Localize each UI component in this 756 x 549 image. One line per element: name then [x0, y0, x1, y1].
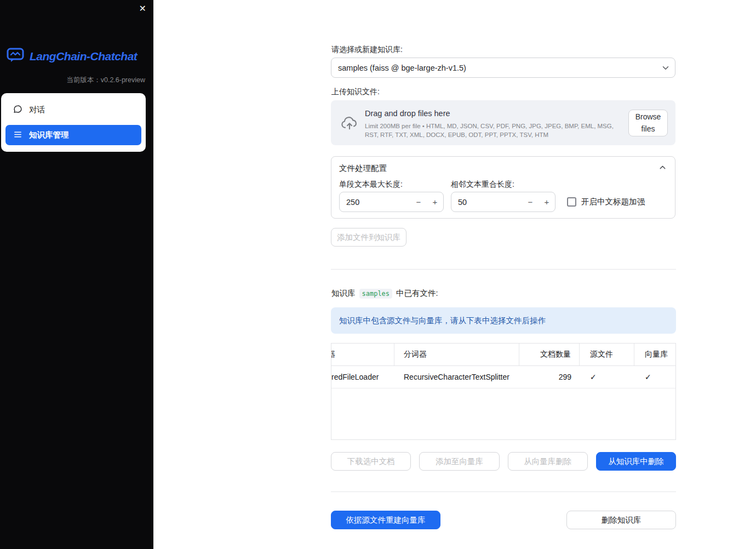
col-header-loader-label: 器	[331, 350, 335, 359]
file-dropzone[interactable]: Drag and drop files here Limit 200MB per…	[331, 100, 675, 145]
expander-header[interactable]: 文件处理配置	[331, 157, 675, 174]
logo-text: LangChain-Chatchat	[30, 50, 137, 63]
info-text: 知识库中包含源文件与向量库，请从下表中选择文件后操作	[339, 316, 546, 326]
table-header-row: 器 分词器 文档数量 源文件 向量库	[331, 344, 675, 366]
knowledge-base-icon	[13, 130, 22, 141]
divider	[331, 269, 676, 270]
overlap-size-input[interactable]: 50 − +	[451, 192, 555, 212]
upload-cloud-icon	[340, 115, 359, 133]
sidebar-item-label: 知识库管理	[29, 130, 69, 140]
sidebar-item-dialogue[interactable]: 对话	[5, 100, 141, 120]
zh-title-enhance-checkbox[interactable]	[567, 197, 576, 207]
chevron-up-icon	[658, 163, 667, 174]
overlap-size-value[interactable]: 50	[451, 198, 522, 207]
cell-doc-count: 299	[519, 366, 580, 388]
table-row[interactable]: redFileLoader RecursiveCharacterTextSpli…	[331, 366, 675, 388]
sidebar-item-knowledge-base[interactable]: 知识库管理	[5, 125, 141, 145]
dropzone-title: Drag and drop files here	[365, 109, 628, 118]
kb-name-code: samples	[359, 289, 393, 299]
remove-from-vector-store-button[interactable]: 从向量库删除	[508, 452, 588, 471]
cell-source-check: ✓	[580, 366, 634, 388]
col-header-doc-count[interactable]: 文档数量	[519, 344, 580, 365]
col-header-splitter[interactable]: 分词器	[394, 344, 519, 365]
kb-files-prefix: 知识库	[331, 288, 356, 299]
download-selected-button[interactable]: 下载选中文档	[331, 452, 411, 471]
files-table: 器 分词器 文档数量 源文件 向量库 redFileLoader Recursi…	[331, 343, 676, 440]
overlap-size-increment[interactable]: +	[539, 192, 555, 211]
kb-select[interactable]: samples (faiss @ bge-large-zh-v1.5)	[331, 58, 675, 78]
add-files-button[interactable]: 添加文件到知识库	[331, 228, 406, 247]
chunk-size-increment[interactable]: +	[427, 192, 443, 211]
kb-files-suffix: 中已有文件:	[396, 288, 438, 299]
sidebar: ✕ LangChain-Chatchat 当前版本：v0.2.6-preview…	[0, 0, 153, 549]
zh-title-enhance-label: 开启中文标题加强	[581, 197, 645, 207]
delete-kb-button[interactable]: 删除知识库	[566, 511, 676, 529]
logo-icon	[7, 48, 25, 65]
divider	[331, 491, 676, 492]
delete-from-kb-button[interactable]: 从知识库中删除	[596, 452, 676, 471]
chunk-size-decrement[interactable]: −	[410, 192, 427, 211]
app-logo: LangChain-Chatchat	[7, 48, 137, 65]
kb-select-label: 请选择或新建知识库:	[331, 45, 403, 55]
kb-files-caption: 知识库 samples 中已有文件:	[331, 288, 438, 299]
rebuild-vector-store-button[interactable]: 依据源文件重建向量库	[331, 511, 440, 529]
chunk-size-label: 单段文本最大长度:	[339, 180, 403, 190]
overlap-size-label: 相邻文本重合长度:	[451, 180, 514, 190]
dropzone-text: Drag and drop files here Limit 200MB per…	[365, 109, 628, 139]
file-actions: 下载选中文档 添加至向量库 从向量库删除 从知识库中删除	[331, 452, 676, 471]
col-header-loader[interactable]: 器	[331, 344, 394, 365]
browse-files-button[interactable]: Browse files	[628, 110, 668, 136]
col-header-source-file[interactable]: 源文件	[580, 344, 634, 365]
cell-splitter: RecursiveCharacterTextSplitter	[394, 366, 519, 388]
file-config-expander: 文件处理配置 单段文本最大长度: 相邻文本重合长度: 250 − + 50 − …	[331, 156, 675, 219]
expander-title: 文件处理配置	[339, 163, 387, 174]
chunk-size-value[interactable]: 250	[340, 198, 410, 207]
col-header-vector-store[interactable]: 向量库	[634, 344, 675, 365]
cell-vector-check: ✓	[634, 366, 675, 388]
overlap-size-decrement[interactable]: −	[522, 192, 539, 211]
info-banner: 知识库中包含源文件与向量库，请从下表中选择文件后操作	[331, 307, 676, 334]
main-content: 请选择或新建知识库: samples (faiss @ bge-large-zh…	[331, 0, 676, 549]
sidebar-menu: 对话 知识库管理	[1, 93, 146, 152]
kb-select-value: samples (faiss @ bge-large-zh-v1.5)	[338, 64, 466, 72]
version-text: 当前版本：v0.2.6-preview	[0, 76, 145, 85]
sidebar-item-label: 对话	[29, 105, 45, 115]
dropzone-limit: Limit 200MB per file • HTML, MD, JSON, C…	[365, 122, 627, 139]
close-icon[interactable]: ✕	[139, 4, 146, 13]
chevron-down-icon	[661, 63, 671, 75]
zh-title-enhance: 开启中文标题加强	[567, 192, 645, 212]
add-to-vector-store-button[interactable]: 添加至向量库	[419, 452, 499, 471]
chunk-size-input[interactable]: 250 − +	[339, 192, 444, 212]
chat-icon	[13, 105, 22, 116]
upload-label: 上传知识文件:	[331, 87, 380, 97]
cell-loader: redFileLoader	[331, 366, 394, 388]
